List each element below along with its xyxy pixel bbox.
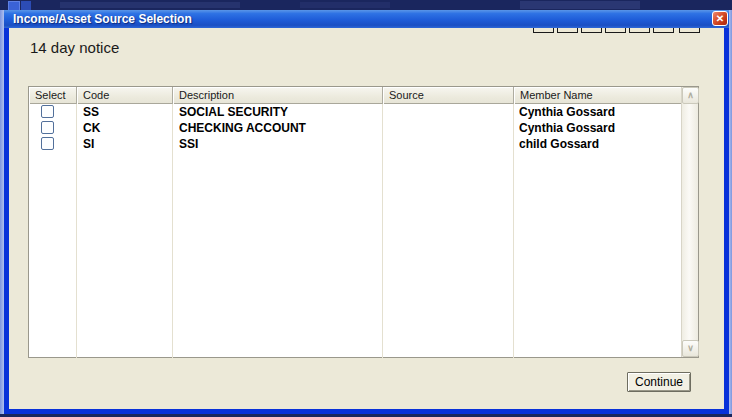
cell-description: SOCIAL SECURITY xyxy=(179,104,379,120)
cell-member-name: child Gossard xyxy=(519,136,679,152)
screen: Income/Asset Source Selection ✕ 14 day n… xyxy=(0,0,732,417)
cell-code: SI xyxy=(83,136,169,152)
close-icon[interactable]: ✕ xyxy=(712,11,728,26)
cell-source xyxy=(389,136,509,152)
background-window-strip xyxy=(0,0,732,10)
page-title: 14 day notice xyxy=(30,39,119,56)
background-window-fragment xyxy=(21,1,31,10)
background-window-fragment xyxy=(60,2,240,8)
table-row[interactable]: SS SOCIAL SECURITY Cynthia Gossard xyxy=(29,104,681,120)
dialog-titlebar[interactable]: Income/Asset Source Selection xyxy=(4,10,729,28)
column-header-code[interactable]: Code xyxy=(77,87,173,104)
row-checkbox[interactable] xyxy=(41,105,54,118)
row-checkbox[interactable] xyxy=(41,121,54,134)
cell-description: CHECKING ACCOUNT xyxy=(179,120,379,136)
scroll-down-icon[interactable]: ∨ xyxy=(682,340,699,357)
background-window-fragment xyxy=(520,1,640,9)
scroll-up-icon[interactable]: ∧ xyxy=(682,87,699,104)
cell-code: CK xyxy=(83,120,169,136)
background-window-fragment xyxy=(300,2,390,8)
column-header-member-name[interactable]: Member Name xyxy=(514,87,681,104)
row-checkbox[interactable] xyxy=(41,137,54,150)
income-asset-table: Select Code Description Source Member Na… xyxy=(28,86,699,358)
dialog-title: Income/Asset Source Selection xyxy=(13,12,192,26)
cell-source xyxy=(389,104,509,120)
column-header-select[interactable]: Select xyxy=(29,87,77,104)
vertical-scrollbar[interactable]: ∧ ∨ xyxy=(681,87,698,357)
table-row[interactable]: SI SSI child Gossard xyxy=(29,136,681,152)
column-header-description[interactable]: Description xyxy=(173,87,383,104)
cell-source xyxy=(389,120,509,136)
cell-member-name: Cynthia Gossard xyxy=(519,104,679,120)
table-row[interactable]: CK CHECKING ACCOUNT Cynthia Gossard xyxy=(29,120,681,136)
continue-button[interactable]: Continue xyxy=(627,372,691,392)
cell-description: SSI xyxy=(179,136,379,152)
occluded-button-row xyxy=(533,27,701,34)
table-header-row: Select Code Description Source Member Na… xyxy=(29,87,681,104)
cell-code: SS xyxy=(83,104,169,120)
cell-member-name: Cynthia Gossard xyxy=(519,120,679,136)
column-header-source[interactable]: Source xyxy=(383,87,514,104)
